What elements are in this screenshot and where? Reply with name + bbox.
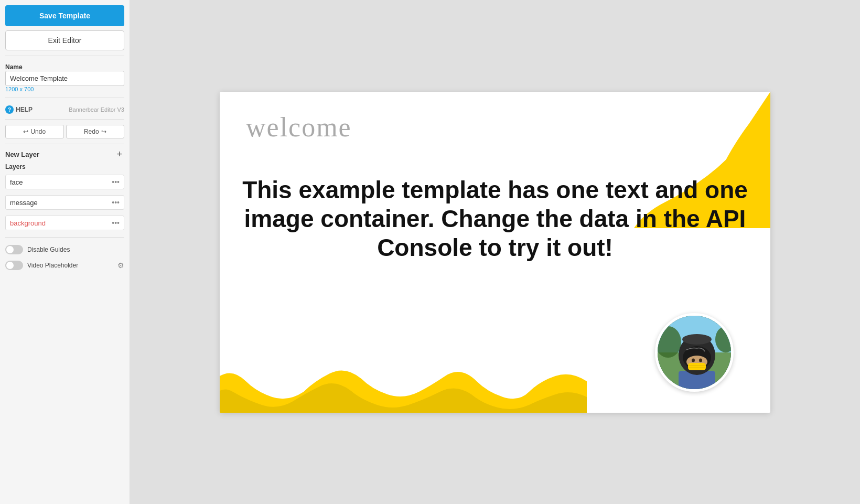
- layer-name-background: background: [10, 219, 46, 227]
- video-placeholder-toggle[interactable]: [5, 261, 23, 270]
- layer-item-message[interactable]: message •••: [5, 195, 124, 210]
- divider-3: [5, 119, 124, 120]
- layer-menu-face[interactable]: •••: [112, 178, 120, 186]
- layer-item-face[interactable]: face •••: [5, 175, 124, 189]
- undo-label: Undo: [30, 128, 46, 135]
- svg-rect-12: [688, 363, 706, 370]
- layer-item-background[interactable]: background •••: [5, 216, 124, 230]
- editor-version: Bannerbear Editor V3: [69, 106, 124, 113]
- video-placeholder-settings-button[interactable]: ⚙: [117, 261, 124, 270]
- new-layer-row: New Layer +: [5, 149, 124, 159]
- redo-arrow-icon: ↪: [101, 128, 106, 135]
- disable-guides-row: Disable Guides: [5, 245, 124, 254]
- add-layer-button[interactable]: +: [114, 149, 124, 159]
- help-icon: ?: [5, 105, 14, 114]
- name-section: Name 1200 x 700: [5, 61, 124, 92]
- blob-bottom: [220, 308, 587, 413]
- layer-name-message: message: [10, 199, 38, 207]
- save-template-button[interactable]: Save Template: [5, 5, 124, 26]
- help-text: HELP: [16, 106, 33, 113]
- svg-point-11: [699, 358, 702, 362]
- divider-2: [5, 98, 124, 98]
- layers-label: Layers: [5, 163, 124, 170]
- layer-menu-message[interactable]: •••: [112, 198, 120, 207]
- face-image: [655, 313, 734, 392]
- divider-5: [5, 237, 124, 238]
- svg-point-10: [692, 358, 695, 362]
- help-label[interactable]: ? HELP: [5, 105, 33, 114]
- layer-menu-background[interactable]: •••: [112, 219, 120, 227]
- new-layer-label: New Layer: [5, 151, 39, 158]
- undo-redo-row: ↩ Undo Redo ↪: [5, 125, 124, 138]
- redo-label: Redo: [84, 128, 99, 135]
- main-message: This example template has one text and o…: [220, 176, 770, 263]
- redo-button[interactable]: Redo ↪: [66, 125, 125, 138]
- template-name-input[interactable]: [5, 71, 124, 86]
- name-label: Name: [5, 63, 124, 71]
- exit-editor-button[interactable]: Exit Editor: [5, 30, 124, 50]
- sidebar: Save Template Exit Editor Name 1200 x 70…: [0, 0, 130, 504]
- svg-point-15: [682, 334, 712, 345]
- disable-guides-label: Disable Guides: [27, 246, 70, 253]
- disable-guides-toggle[interactable]: [5, 245, 23, 254]
- video-placeholder-label: Video Placeholder: [27, 262, 78, 269]
- help-row: ? HELP Bannerbear Editor V3: [5, 105, 124, 114]
- undo-arrow-icon: ↩: [23, 128, 28, 135]
- welcome-text: welcome: [246, 112, 352, 143]
- divider-1: [5, 56, 124, 56]
- canvas[interactable]: welcome This example template has one te…: [220, 92, 770, 413]
- dimensions-text: 1200 x 700: [5, 86, 124, 92]
- undo-button[interactable]: ↩ Undo: [5, 125, 64, 138]
- divider-4: [5, 144, 124, 144]
- main-area: welcome This example template has one te…: [130, 0, 860, 504]
- video-placeholder-row: Video Placeholder ⚙: [5, 261, 124, 270]
- layer-name-face: face: [10, 178, 23, 186]
